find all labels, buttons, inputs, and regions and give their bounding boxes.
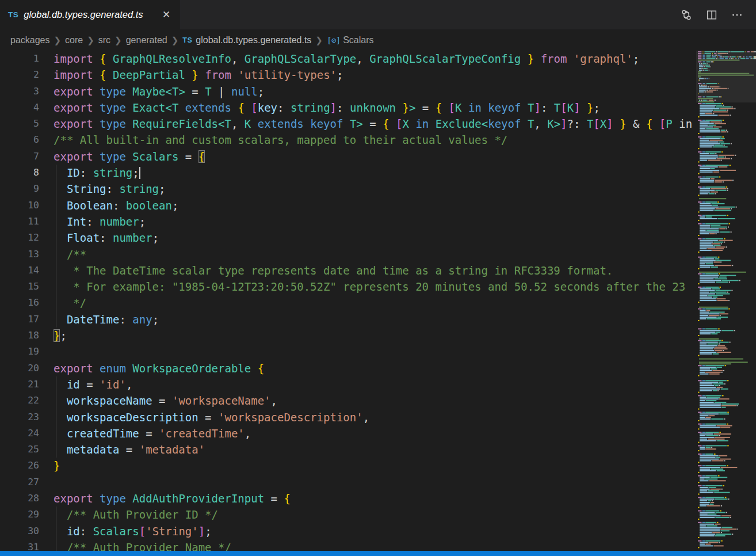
breadcrumb-label: core xyxy=(65,35,83,45)
indent-guide xyxy=(56,295,56,311)
code-line[interactable]: 20export enum WorkspaceOrderable { xyxy=(0,360,696,376)
breadcrumb-item-scalars[interactable]: [⊘]Scalars xyxy=(327,35,374,45)
code-line[interactable]: 16 */ xyxy=(0,295,696,311)
line-number[interactable]: 12 xyxy=(0,230,39,246)
code-line[interactable]: 15 * For example: "1985-04-12T23:20:50.5… xyxy=(0,279,696,295)
line-number[interactable]: 8 xyxy=(0,165,39,181)
breadcrumb-item-core[interactable]: core xyxy=(65,35,83,45)
line-number[interactable]: 2 xyxy=(0,67,39,83)
line-number[interactable]: 6 xyxy=(0,132,39,148)
code-line[interactable]: 10 Boolean: boolean; xyxy=(0,197,696,214)
code-line[interactable]: 28export type AddAuthProviderInput = { xyxy=(0,490,696,507)
code-line[interactable]: 27 xyxy=(0,474,696,490)
line-number[interactable]: 27 xyxy=(0,474,39,490)
code-text: ID: string; xyxy=(39,165,696,181)
indent-guide xyxy=(56,262,56,279)
code-line[interactable]: 14 * The DateTime scalar type represents… xyxy=(0,262,696,279)
more-actions-icon[interactable] xyxy=(727,5,747,25)
code-line[interactable]: 7export type Scalars = { xyxy=(0,148,696,165)
indent-guide xyxy=(56,425,56,441)
typescript-file-icon: TS xyxy=(182,36,192,44)
code-line[interactable]: 4export type Exact<T extends { [key: str… xyxy=(0,100,696,116)
tab-global-db-types[interactable]: TS global.db.types.generated.ts ✕ xyxy=(0,0,180,29)
line-number[interactable]: 19 xyxy=(0,344,39,360)
code-line[interactable]: 23 workspaceDescription = 'workspaceDesc… xyxy=(0,409,696,425)
compare-changes-icon[interactable] xyxy=(677,5,696,25)
code-line[interactable]: 11 Int: number; xyxy=(0,214,696,230)
line-number[interactable]: 9 xyxy=(0,181,39,197)
chevron-right-icon: ❯ xyxy=(167,35,183,45)
line-number[interactable]: 30 xyxy=(0,523,39,539)
line-number[interactable]: 25 xyxy=(0,441,39,458)
code-line[interactable]: 22 workspaceName = 'workspaceName', xyxy=(0,393,696,409)
split-editor-icon[interactable] xyxy=(702,5,721,25)
code-line[interactable]: 6/** All built-in and custom scalars, ma… xyxy=(0,132,696,148)
indent-guide xyxy=(56,246,56,262)
breadcrumb-item-global-db-types-generated-ts[interactable]: TSglobal.db.types.generated.ts xyxy=(182,35,311,45)
code-text: * For example: "1985-04-12T23:20:50.52Z"… xyxy=(39,279,696,295)
code-line[interactable]: 3export type Maybe<T> = T | null; xyxy=(0,83,696,100)
line-number[interactable]: 3 xyxy=(0,83,39,100)
indent-guide xyxy=(56,214,56,230)
breadcrumb-item-generated[interactable]: generated xyxy=(126,35,167,45)
line-number[interactable]: 22 xyxy=(0,393,39,409)
line-number[interactable]: 28 xyxy=(0,490,39,507)
code-text: workspaceDescription = 'workspaceDescrip… xyxy=(39,409,696,425)
code-line[interactable]: 9 String: string; xyxy=(0,181,696,197)
code-line[interactable]: 18}; xyxy=(0,327,696,344)
line-number[interactable]: 18 xyxy=(0,327,39,344)
code-line[interactable]: 21 id = 'id', xyxy=(0,376,696,393)
code-line[interactable]: 24 createdTime = 'createdTime', xyxy=(0,425,696,441)
line-number[interactable]: 11 xyxy=(0,214,39,230)
code-text: createdTime = 'createdTime', xyxy=(39,425,696,441)
code-line[interactable]: 5export type RequireFields<T, K extends … xyxy=(0,116,696,132)
line-number[interactable]: 17 xyxy=(0,311,39,327)
code-line[interactable]: 12 Float: number; xyxy=(0,230,696,246)
code-line[interactable]: 1import { GraphQLResolveInfo, GraphQLSca… xyxy=(0,51,696,67)
code-text: id: Scalars['String']; xyxy=(39,523,696,539)
code-text: Float: number; xyxy=(39,230,696,246)
editor[interactable]: 1import { GraphQLResolveInfo, GraphQLSca… xyxy=(0,51,696,556)
close-icon[interactable]: ✕ xyxy=(159,8,173,22)
line-number[interactable]: 4 xyxy=(0,100,39,116)
breadcrumb-item-packages[interactable]: packages xyxy=(10,35,50,45)
breadcrumb-item-src[interactable]: src xyxy=(98,35,110,45)
breadcrumb: packages❯core❯src❯generated❯TSglobal.db.… xyxy=(0,29,756,51)
line-number[interactable]: 15 xyxy=(0,279,39,295)
line-number[interactable]: 24 xyxy=(0,425,39,441)
line-number[interactable]: 20 xyxy=(0,360,39,376)
code-line[interactable]: 17 DateTime: any; xyxy=(0,311,696,327)
line-number[interactable]: 13 xyxy=(0,246,39,262)
line-number[interactable]: 14 xyxy=(0,262,39,279)
code-line[interactable]: 8 ID: string; xyxy=(0,165,696,181)
line-number[interactable]: 5 xyxy=(0,116,39,132)
code-line[interactable]: 26} xyxy=(0,458,696,474)
code-line[interactable]: 30 id: Scalars['String']; xyxy=(0,523,696,539)
chevron-right-icon: ❯ xyxy=(83,35,98,45)
code-text xyxy=(39,344,696,360)
line-number[interactable]: 10 xyxy=(0,197,39,214)
code-line[interactable]: 19 xyxy=(0,344,696,360)
code-line[interactable]: 13 /** xyxy=(0,246,696,262)
line-number[interactable]: 21 xyxy=(0,376,39,393)
code-line[interactable]: 2import { DeepPartial } from 'utility-ty… xyxy=(0,67,696,83)
line-number[interactable]: 7 xyxy=(0,148,39,165)
editor-actions xyxy=(677,0,756,29)
indent-guide xyxy=(56,523,56,539)
code-line[interactable]: 29 /** Auth Provider ID */ xyxy=(0,507,696,523)
code-text: export type Exact<T extends { [key: stri… xyxy=(39,100,696,116)
code-line[interactable]: 25 metadata = 'metadata' xyxy=(0,441,696,458)
code-text: */ xyxy=(39,295,696,311)
indent-guide xyxy=(56,197,56,214)
line-number[interactable]: 26 xyxy=(0,458,39,474)
chevron-right-icon: ❯ xyxy=(50,35,66,45)
minimap[interactable] xyxy=(696,51,756,551)
chevron-right-icon: ❯ xyxy=(110,35,126,45)
line-number[interactable]: 29 xyxy=(0,507,39,523)
line-number[interactable]: 16 xyxy=(0,295,39,311)
indent-guide xyxy=(56,393,56,409)
code-text: export type Maybe<T> = T | null; xyxy=(39,83,696,100)
minimap-slider[interactable] xyxy=(696,51,756,102)
line-number[interactable]: 1 xyxy=(0,51,39,67)
line-number[interactable]: 23 xyxy=(0,409,39,425)
